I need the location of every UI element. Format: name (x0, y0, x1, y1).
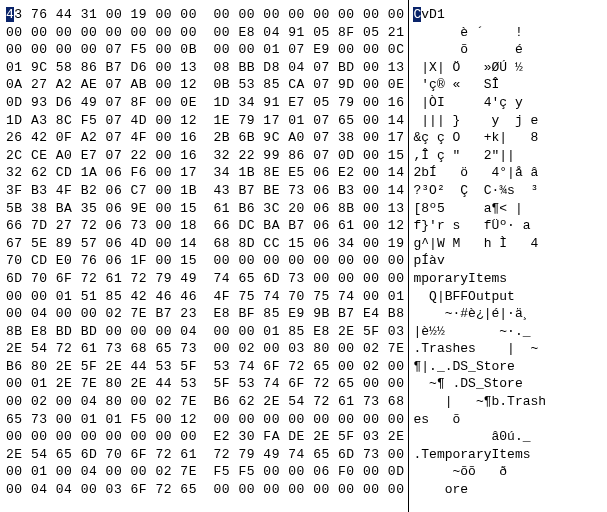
hex-row[interactable]: 2C CE A0 E7 07 22 00 16 32 22 99 86 07 0… (6, 147, 404, 165)
hex-row[interactable]: 8B E8 BD BD 00 00 00 04 00 00 01 85 E8 2… (6, 323, 404, 341)
ascii-row[interactable]: ||| } y j e (413, 112, 603, 130)
ascii-row[interactable]: ~¶ .DS_Store (413, 375, 603, 393)
hex-row[interactable]: 1D A3 8C F5 07 4D 00 12 1E 79 17 01 07 6… (6, 112, 404, 130)
ascii-row[interactable]: ¶|._.DS_Store (413, 358, 603, 376)
hex-row[interactable]: B6 80 2E 5F 2E 44 53 5F 53 74 6F 72 65 0… (6, 358, 404, 376)
ascii-row[interactable]: ,Î ç " 2"|| (413, 147, 603, 165)
hex-row[interactable]: 0A 27 A2 AE 07 AB 00 12 0B 53 85 CA 07 9… (6, 76, 404, 94)
ascii-row[interactable]: |X| Ö »ØÚ ½ (413, 59, 603, 77)
ascii-row[interactable]: ore (413, 481, 603, 499)
hex-row[interactable]: 00 01 2E 7E 80 2E 44 53 5F 53 74 6F 72 6… (6, 375, 404, 393)
hex-row[interactable]: 32 62 CD 1A 06 F6 00 17 34 1B 8E E5 06 E… (6, 164, 404, 182)
selected-ascii-byte[interactable]: C (413, 7, 421, 22)
selected-byte[interactable]: 4 (6, 7, 14, 22)
hex-row[interactable]: 00 00 00 00 07 F5 00 0B 00 00 01 07 E9 0… (6, 41, 404, 59)
hex-row[interactable]: 65 73 00 01 01 F5 00 12 00 00 00 00 00 0… (6, 411, 404, 429)
ascii-row[interactable]: f}'r s fÜº· a (413, 217, 603, 235)
ascii-row[interactable]: â0ú._ (413, 428, 603, 446)
hex-row[interactable]: 00 04 04 00 03 6F 72 65 00 00 00 00 00 0… (6, 481, 404, 499)
hex-row[interactable]: 3F B3 4F B2 06 C7 00 1B 43 B7 BE 73 06 B… (6, 182, 404, 200)
ascii-row[interactable]: .Trashes | ~ (413, 340, 603, 358)
hex-row[interactable]: 01 9C 58 86 B7 D6 00 13 08 BB D8 04 07 B… (6, 59, 404, 77)
ascii-row[interactable]: ~·#è¿|é|·ä¸ (413, 305, 603, 323)
hex-row[interactable]: 2E 54 72 61 73 68 65 73 00 02 00 03 80 0… (6, 340, 404, 358)
ascii-row[interactable]: g^|W M h Ì 4 (413, 235, 603, 253)
ascii-row[interactable]: 2bÍ ö 4°|å â (413, 164, 603, 182)
ascii-row[interactable]: õ é (413, 41, 603, 59)
ascii-row[interactable]: Q|BFFOutput (413, 288, 603, 306)
hex-row[interactable]: 66 7D 27 72 06 73 00 18 66 DC BA B7 06 6… (6, 217, 404, 235)
ascii-row[interactable]: .TemporaryItems (413, 446, 603, 464)
ascii-row[interactable]: |è½½ ~·._ (413, 323, 603, 341)
ascii-row[interactable]: ?³O² Ç C·¾s ³ (413, 182, 603, 200)
hex-row[interactable]: 70 CD E0 76 06 1F 00 15 00 00 00 00 00 0… (6, 252, 404, 270)
hex-row[interactable]: 26 42 0F A2 07 4F 00 16 2B 6B 9C A0 07 3… (6, 129, 404, 147)
hex-row[interactable]: 00 00 00 00 00 00 00 00 00 E8 04 91 05 8… (6, 24, 404, 42)
hex-row[interactable]: 43 76 44 31 00 19 00 00 00 00 00 00 00 0… (6, 6, 404, 24)
hex-row[interactable]: 0D 93 D6 49 07 8F 00 0E 1D 34 91 E7 05 7… (6, 94, 404, 112)
hex-row[interactable]: 5B 38 BA 35 06 9E 00 15 61 B6 3C 20 06 8… (6, 200, 404, 218)
ascii-pane[interactable]: CvD1 è ´ ! õ é |X| Ö »ØÚ ½ 'ç® « SÎ |ÒI … (408, 0, 607, 512)
hex-row[interactable]: 00 01 00 04 00 00 02 7E F5 F5 00 00 06 F… (6, 463, 404, 481)
hex-pane[interactable]: 43 76 44 31 00 19 00 00 00 00 00 00 00 0… (0, 0, 408, 512)
ascii-row[interactable]: ~õõ ð (413, 463, 603, 481)
ascii-row[interactable]: |ÒI 4'ç y (413, 94, 603, 112)
ascii-row[interactable]: mporaryItems (413, 270, 603, 288)
hex-row[interactable]: 00 04 00 00 02 7E B7 23 E8 BF 85 E9 9B B… (6, 305, 404, 323)
ascii-row[interactable]: &ç ç O +k| 8 (413, 129, 603, 147)
hex-row[interactable]: 6D 70 6F 72 61 72 79 49 74 65 6D 73 00 0… (6, 270, 404, 288)
ascii-row[interactable]: è ´ ! (413, 24, 603, 42)
hex-row[interactable]: 00 00 01 51 85 42 46 46 4F 75 74 70 75 7… (6, 288, 404, 306)
hex-row[interactable]: 00 02 00 04 80 00 02 7E B6 62 2E 54 72 6… (6, 393, 404, 411)
hex-viewer: 43 76 44 31 00 19 00 00 00 00 00 00 00 0… (0, 0, 607, 512)
ascii-row[interactable]: | ~¶b.Trash (413, 393, 603, 411)
ascii-row[interactable]: CvD1 (413, 6, 603, 24)
hex-row[interactable]: 00 00 00 00 00 00 00 00 E2 30 FA DE 2E 5… (6, 428, 404, 446)
hex-row[interactable]: 67 5E 89 57 06 4D 00 14 68 8D CC 15 06 3… (6, 235, 404, 253)
ascii-row[interactable]: es õ (413, 411, 603, 429)
hex-row[interactable]: 2E 54 65 6D 70 6F 72 61 72 79 49 74 65 6… (6, 446, 404, 464)
ascii-row[interactable]: 'ç® « SÎ (413, 76, 603, 94)
ascii-row[interactable]: [8º5 a¶< | (413, 200, 603, 218)
ascii-row[interactable]: pÍàv (413, 252, 603, 270)
